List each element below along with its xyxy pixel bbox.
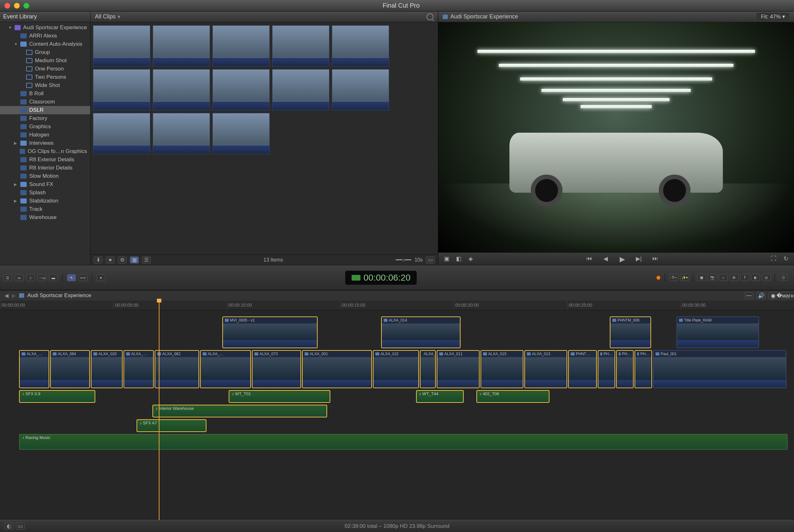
- video-clip[interactable]: ALXA_…: [420, 350, 436, 388]
- library-item[interactable]: ▼Content Auto-Analysis: [0, 40, 90, 48]
- library-item[interactable]: Medium Shot: [0, 57, 90, 65]
- library-item[interactable]: OG Clips fo…n Graphics: [0, 147, 90, 155]
- bg-task-indicator-icon[interactable]: [657, 276, 660, 280]
- fit-dropdown[interactable]: Fit: 47% ▾: [757, 13, 790, 21]
- import-button[interactable]: ⬇: [94, 256, 103, 264]
- video-clip[interactable]: ALXA_…: [200, 350, 251, 388]
- library-item[interactable]: DSLR: [0, 106, 90, 114]
- zoom-icon[interactable]: [23, 3, 29, 8]
- retiming-button[interactable]: ⏱▾: [669, 274, 678, 281]
- music-browser-icon[interactable]: ♪: [719, 274, 727, 281]
- audio-clip[interactable]: ♪ WT_T44: [416, 390, 464, 403]
- audio-clip[interactable]: ♪ WT_T01: [229, 390, 330, 403]
- clip-thumbnail[interactable]: [153, 69, 210, 111]
- effects-browser-icon[interactable]: ▦: [697, 274, 706, 281]
- go-end-icon[interactable]: ⏭: [651, 255, 659, 263]
- clip-filter-dropdown[interactable]: All Clips: [95, 13, 116, 20]
- video-clip[interactable]: Title Plate_RAW: [677, 317, 759, 348]
- video-clip[interactable]: ALXA_…: [124, 350, 154, 388]
- video-clip[interactable]: ALXA_0J2: [373, 350, 419, 388]
- connected-video-track[interactable]: MVI_0005 - v1ALXA_014PHNTM_006Title Plat…: [0, 317, 794, 348]
- next-frame-icon[interactable]: ▶|: [635, 255, 643, 263]
- audio-skim-toggle-icon[interactable]: 🔊: [757, 292, 765, 299]
- library-item[interactable]: ▶Stabilization: [0, 197, 90, 205]
- library-item[interactable]: ▶Sound FX: [0, 180, 90, 189]
- filmstrip-view-button[interactable]: ▦: [130, 256, 139, 264]
- solo-toggle-icon[interactable]: ◉: [769, 292, 777, 299]
- fullscreen-icon[interactable]: ⛶: [770, 255, 777, 263]
- timeline-tracks[interactable]: MVI_0005 - v1ALXA_014PHNTM_006Title Plat…: [0, 310, 794, 520]
- video-clip[interactable]: ALXA_001: [302, 350, 372, 388]
- snap-toggle-icon[interactable]: �магн: [781, 292, 790, 299]
- library-item[interactable]: ▼Audi Sportscar Experience: [0, 23, 90, 32]
- library-item[interactable]: Halogen: [0, 131, 90, 139]
- audio-track-2[interactable]: ♪ Interior Warehouse: [0, 405, 794, 417]
- transform-button[interactable]: ▣: [443, 255, 450, 263]
- library-item[interactable]: ▶Interviews: [0, 139, 90, 147]
- inspector-button[interactable]: ⓘ: [779, 274, 788, 281]
- playhead[interactable]: [159, 301, 160, 520]
- audio-clip[interactable]: ♪ SFX A7: [136, 419, 206, 432]
- event-library-tree[interactable]: ▼Audi Sportscar ExperienceARRI Alexa▼Con…: [0, 22, 90, 265]
- prev-frame-icon[interactable]: ◀: [602, 255, 609, 263]
- clip-thumbnail[interactable]: [93, 25, 150, 66]
- overwrite-clip-button[interactable]: ▬: [49, 274, 58, 281]
- insert-clip-button[interactable]: ⎀: [26, 274, 35, 281]
- video-clip[interactable]: ALXA_011: [437, 350, 480, 388]
- timecode-display[interactable]: 00:00:06:20: [345, 271, 417, 285]
- clip-thumbnail[interactable]: [213, 69, 270, 111]
- audio-clip[interactable]: ♪ Interior Warehouse: [152, 405, 327, 417]
- minimize-icon[interactable]: [14, 3, 20, 8]
- library-item[interactable]: ARRI Alexa: [0, 32, 90, 40]
- favorite-button[interactable]: ★: [106, 256, 115, 264]
- audio-clip[interactable]: ♪ 402_T06: [476, 390, 550, 403]
- video-clip[interactable]: PHNT…: [568, 350, 597, 388]
- library-item[interactable]: Group: [0, 48, 90, 57]
- audio-clip[interactable]: ♪ Racing Music: [19, 434, 788, 450]
- clip-thumbnail[interactable]: [213, 113, 270, 154]
- music-track[interactable]: ♪ Racing Music: [0, 434, 794, 450]
- audio-track-3[interactable]: ♪ SFX A7: [0, 419, 794, 432]
- list-view-button[interactable]: ☰: [142, 256, 151, 264]
- video-clip[interactable]: ALXA_062: [155, 350, 199, 388]
- clip-thumbnail[interactable]: [153, 25, 210, 66]
- video-clip[interactable]: ALXA_064: [50, 350, 90, 388]
- tools-dropdown[interactable]: ▾: [96, 274, 106, 281]
- dashboard-button[interactable]: ◐: [4, 523, 13, 530]
- themes-browser-icon[interactable]: ◎: [762, 274, 771, 281]
- library-item[interactable]: Track: [0, 205, 90, 213]
- video-clip[interactable]: ALXA_014: [381, 317, 461, 348]
- clip-duration-control[interactable]: ━━○━━: [396, 257, 412, 263]
- primary-storyline[interactable]: ALXA_…ALXA_064ALXA_020ALXA_…ALXA_062ALXA…: [0, 350, 794, 388]
- video-clip[interactable]: ALXA_073: [252, 350, 301, 388]
- clip-thumbnail[interactable]: [332, 69, 389, 111]
- library-item[interactable]: Wide Shot: [0, 81, 90, 90]
- loop-icon[interactable]: ↻: [782, 255, 790, 263]
- video-clip[interactable]: PH…: [634, 350, 652, 388]
- library-item[interactable]: Warehouse: [0, 213, 90, 222]
- library-item[interactable]: Splash: [0, 189, 90, 197]
- transitions-browser-icon[interactable]: ⧉: [730, 274, 738, 281]
- clip-thumbnail[interactable]: [332, 25, 389, 66]
- clip-thumbnail[interactable]: [153, 113, 210, 154]
- library-item[interactable]: B Roll: [0, 90, 90, 98]
- library-item[interactable]: One Person: [0, 65, 90, 73]
- library-item[interactable]: Slow Motion: [0, 172, 90, 180]
- video-clip[interactable]: ALXA_…: [19, 350, 49, 388]
- index-button[interactable]: ☰: [3, 274, 12, 281]
- video-clip[interactable]: PH…: [616, 350, 634, 388]
- skimming-toggle-icon[interactable]: —: [744, 292, 753, 299]
- clip-thumbnail[interactable]: [272, 69, 329, 111]
- go-start-icon[interactable]: ⏮: [585, 255, 593, 263]
- video-clip[interactable]: PHNTM_006: [610, 317, 651, 348]
- history-fwd-icon[interactable]: ▶: [12, 292, 16, 299]
- viewer-canvas[interactable]: [438, 22, 794, 252]
- crop-button[interactable]: ◧: [455, 255, 462, 263]
- enhance-button[interactable]: ✨▾: [680, 274, 689, 281]
- close-icon[interactable]: [4, 3, 10, 8]
- video-clip[interactable]: PH…: [598, 350, 615, 388]
- generators-browser-icon[interactable]: ◐: [751, 274, 760, 281]
- video-clip[interactable]: Paul_001: [653, 350, 787, 388]
- library-item[interactable]: R8 Interior Details: [0, 164, 90, 172]
- timeline-ruler[interactable]: 00:00:00:0000:00:05:0000:00:10:0000:00:1…: [0, 301, 794, 310]
